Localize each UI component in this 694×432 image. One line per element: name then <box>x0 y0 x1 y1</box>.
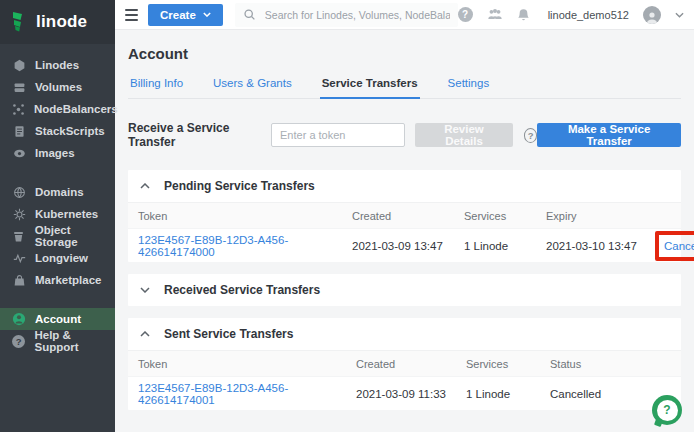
object-storage-icon <box>12 230 26 243</box>
linode-logo[interactable]: linode <box>0 0 115 44</box>
tab-bar: Billing Info Users & Grants Service Tran… <box>128 72 681 99</box>
create-button-label: Create <box>160 9 196 21</box>
search-input[interactable] <box>265 9 450 21</box>
marketplace-icon <box>12 274 26 287</box>
stackscripts-icon <box>12 125 26 138</box>
table-row: 123E4567-E89B-12D3-A456-426614174001 202… <box>128 376 681 410</box>
volumes-icon <box>12 81 26 94</box>
tooltip-help-icon[interactable]: ? <box>524 128 537 143</box>
chevron-down-icon[interactable] <box>675 12 684 18</box>
sidebar-item-nodebalancers[interactable]: NodeBalancers <box>0 98 115 120</box>
sidebar-item-label: Images <box>35 147 75 159</box>
sidebar-item-help-support[interactable]: ? Help & Support <box>0 330 115 352</box>
community-icon[interactable] <box>487 8 503 21</box>
sidebar-item-label: NodeBalancers <box>34 103 118 115</box>
username-label[interactable]: linode_demo512 <box>548 9 629 21</box>
tab-billing-info[interactable]: Billing Info <box>128 72 185 98</box>
top-header: Create ? linode_demo512 <box>115 0 694 30</box>
help-bubble-question-icon: ? <box>657 400 678 421</box>
sidebar-item-images[interactable]: Images <box>0 142 115 164</box>
token-input[interactable] <box>271 123 405 147</box>
column-header: Token <box>138 358 356 370</box>
section-title: Pending Service Transfers <box>164 179 315 193</box>
section-title: Received Service Transfers <box>164 283 320 297</box>
page-title: Account <box>128 45 681 62</box>
sidebar-item-account[interactable]: Account <box>0 308 115 330</box>
sidebar-item-label: Marketplace <box>35 274 101 286</box>
tab-users-grants[interactable]: Users & Grants <box>211 72 294 98</box>
chevron-up-icon <box>140 183 150 189</box>
receive-transfer-row: Receive a Service Transfer Review Detail… <box>128 121 681 149</box>
sidebar-item-label: Kubernetes <box>35 208 98 220</box>
sidebar: linode Linodes Volumes NodeBalancers Sta… <box>0 0 115 432</box>
sidebar-item-label: StackScripts <box>35 125 105 137</box>
receive-transfer-label: Receive a Service Transfer <box>128 121 260 149</box>
global-search <box>235 3 458 27</box>
pending-transfers-card: Pending Service Transfers Token Created … <box>128 170 681 262</box>
linode-logo-icon <box>11 11 29 33</box>
longview-icon <box>12 252 26 265</box>
table-header-row: Token Created Services Status <box>128 351 681 376</box>
sidebar-item-longview[interactable]: Longview <box>0 247 115 269</box>
create-button[interactable]: Create <box>148 4 223 26</box>
sidebar-item-label: Volumes <box>35 81 82 93</box>
table-row: 123E4567-E89B-12D3-A456-426614174000 202… <box>128 228 681 262</box>
kubernetes-icon <box>12 208 26 221</box>
sidebar-nav: Linodes Volumes NodeBalancers StackScrip… <box>0 54 115 352</box>
sidebar-item-marketplace[interactable]: Marketplace <box>0 269 115 291</box>
sidebar-item-object-storage[interactable]: Object Storage <box>0 225 115 247</box>
logo-text: linode <box>36 12 87 32</box>
column-header: Created <box>352 210 464 222</box>
column-header: Token <box>138 210 352 222</box>
sent-transfers-header[interactable]: Sent Service Transfers <box>128 318 681 351</box>
review-details-button[interactable]: Review Details <box>415 123 513 147</box>
nodebalancers-icon <box>12 103 25 116</box>
table-header-row: Token Created Services Expiry <box>128 203 681 228</box>
domains-icon <box>12 186 26 199</box>
column-header: Services <box>466 358 550 370</box>
chevron-down-icon <box>140 287 150 293</box>
help-icon: ? <box>12 335 25 348</box>
created-cell: 2021-03-09 11:33 <box>356 388 466 400</box>
pending-transfers-header[interactable]: Pending Service Transfers <box>128 170 681 203</box>
notifications-bell-icon[interactable] <box>517 8 530 22</box>
sidebar-item-label: Help & Support <box>34 329 115 353</box>
help-bubble-button[interactable]: ? <box>652 395 682 425</box>
sidebar-item-label: Domains <box>35 186 84 198</box>
sidebar-item-label: Linodes <box>35 59 79 71</box>
services-cell: 1 Linode <box>466 388 550 400</box>
received-transfers-header[interactable]: Received Service Transfers <box>128 274 681 306</box>
created-cell: 2021-03-09 13:47 <box>352 240 464 252</box>
chevron-up-icon <box>140 331 150 337</box>
column-header: Expiry <box>546 210 664 222</box>
tab-service-transfers[interactable]: Service Transfers <box>320 72 420 99</box>
column-header: Services <box>464 210 546 222</box>
sidebar-item-label: Longview <box>35 252 88 264</box>
sidebar-item-volumes[interactable]: Volumes <box>0 76 115 98</box>
sidebar-item-stackscripts[interactable]: StackScripts <box>0 120 115 142</box>
images-icon <box>12 147 26 160</box>
make-transfer-button[interactable]: Make a Service Transfer <box>537 123 681 147</box>
status-cell: Cancelled <box>550 388 671 400</box>
column-header: Status <box>550 358 671 370</box>
account-icon <box>12 312 26 326</box>
sidebar-item-linodes[interactable]: Linodes <box>0 54 115 76</box>
sidebar-item-label: Object Storage <box>35 224 115 248</box>
help-icon[interactable]: ? <box>458 7 473 22</box>
tab-settings[interactable]: Settings <box>446 72 492 98</box>
avatar[interactable] <box>643 6 661 24</box>
sidebar-item-kubernetes[interactable]: Kubernetes <box>0 203 115 225</box>
menu-icon[interactable] <box>125 9 138 21</box>
chevron-down-icon <box>203 12 211 17</box>
expiry-cell: 2021-03-10 13:47 <box>546 240 664 252</box>
sidebar-item-label: Account <box>35 313 81 325</box>
sidebar-item-domains[interactable]: Domains <box>0 181 115 203</box>
services-cell: 1 Linode <box>464 240 546 252</box>
sent-transfers-card: Sent Service Transfers Token Created Ser… <box>128 318 681 410</box>
token-link[interactable]: 123E4567-E89B-12D3-A456-426614174001 <box>138 382 356 406</box>
linodes-icon <box>12 59 26 72</box>
section-title: Sent Service Transfers <box>164 327 293 341</box>
cancel-link[interactable]: Cancel <box>664 240 694 252</box>
main-content: Account Billing Info Users & Grants Serv… <box>115 30 694 432</box>
token-link[interactable]: 123E4567-E89B-12D3-A456-426614174000 <box>138 234 352 258</box>
